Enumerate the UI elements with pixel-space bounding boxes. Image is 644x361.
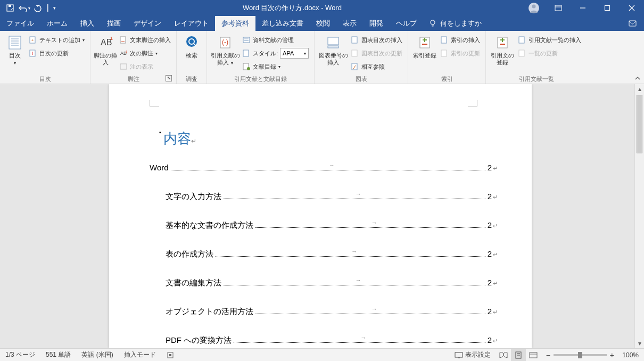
- next-footnote-button[interactable]: AB1次の脚注 ▾: [117, 47, 173, 59]
- maximize-button[interactable]: [595, 0, 620, 16]
- svg-text:1: 1: [126, 50, 128, 53]
- toc-entry[interactable]: 文書の編集方法2↵: [143, 278, 498, 307]
- tab-draw[interactable]: 描画: [101, 16, 127, 31]
- tab-design[interactable]: デザイン: [127, 16, 168, 31]
- style-icon: [242, 49, 251, 58]
- insert-toa-button[interactable]: 引用文献一覧の挿入: [516, 34, 583, 46]
- group-index: 索引登録 索引の挿入 索引の更新 索引: [408, 31, 486, 84]
- footnotes-launcher[interactable]: ⬊: [166, 75, 172, 81]
- svg-text:1: 1: [110, 36, 113, 41]
- toc-entry[interactable]: PDF への変換方法2↵: [143, 335, 498, 348]
- print-layout-button[interactable]: [511, 349, 526, 362]
- update-toa-button[interactable]: 一覧の更新: [516, 47, 583, 59]
- insert-toa-icon: [518, 36, 526, 44]
- toc-entry[interactable]: 文字の入力方法2↵: [143, 192, 498, 220]
- redo-button[interactable]: [31, 1, 45, 15]
- update-toc-button[interactable]: !目次の更新: [27, 47, 87, 59]
- scroll-up-button[interactable]: ▴: [635, 84, 644, 94]
- zoom-slider[interactable]: [554, 354, 607, 356]
- style-label: スタイル:: [253, 50, 278, 58]
- toc-entry[interactable]: 基本的な文書の作成方法2↵: [143, 220, 498, 249]
- tell-me-search[interactable]: 何をしますか: [423, 16, 487, 31]
- read-mode-button[interactable]: [496, 349, 511, 362]
- update-index-button[interactable]: 索引の更新: [438, 47, 482, 59]
- tab-help[interactable]: ヘルプ: [390, 16, 423, 31]
- toc-entry[interactable]: 表の作成方法2↵: [143, 249, 498, 278]
- bibliography-button[interactable]: 文献目録 ▾: [240, 61, 311, 72]
- update-tof-label: 図表目次の更新: [361, 50, 402, 58]
- group-citations: (-) 引用文献の挿入 ▾ 資料文献の管理 スタイル:APA▾ 文献目録 ▾ 引…: [207, 31, 315, 84]
- style-value: APA: [283, 50, 294, 56]
- group-authorities: 引用文の登録 引用文献一覧の挿入 一覧の更新 引用文献一覧: [486, 31, 587, 84]
- account-button[interactable]: [526, 0, 542, 16]
- window-title: Word 目次の作り方.docx - Word: [59, 3, 526, 13]
- insert-caption-button[interactable]: 図表番号の挿入: [318, 33, 349, 66]
- undo-button[interactable]: ▾: [17, 1, 31, 15]
- cross-reference-button[interactable]: 相互参照: [349, 61, 404, 72]
- svg-rect-1: [9, 5, 11, 7]
- update-tof-icon: [351, 49, 359, 58]
- toc-list: Word2↵ 文字の入力方法2↵ 基本的な文書の作成方法2↵ 表の作成方法2↵ …: [143, 163, 498, 348]
- smart-lookup-button[interactable]: 検索: [180, 33, 203, 59]
- insert-tof-button[interactable]: 図表目次の挿入: [349, 34, 404, 46]
- svg-rect-13: [629, 21, 636, 26]
- page-count[interactable]: 1/3 ページ: [0, 350, 40, 359]
- insert-citation-label: 引用文献の挿入: [211, 52, 240, 65]
- insert-index-button[interactable]: 索引の挿入: [438, 34, 482, 46]
- document-page[interactable]: ▪内容↵ Word2↵ 文字の入力方法2↵ 基本的な文書の作成方法2↵ 表の作成…: [109, 84, 532, 348]
- scroll-thumb[interactable]: [637, 95, 642, 153]
- close-button[interactable]: [620, 0, 644, 16]
- insert-endnote-button[interactable]: 文末脚注の挿入: [117, 34, 173, 46]
- cross-reference-label: 相互参照: [361, 63, 385, 71]
- tab-view[interactable]: 表示: [336, 16, 363, 31]
- mark-citation-button[interactable]: 引用文の登録: [489, 33, 516, 66]
- qat-customize-button[interactable]: ▾: [50, 1, 59, 15]
- tab-mailings[interactable]: 差し込み文書: [255, 16, 310, 31]
- citation-style-select[interactable]: スタイル:APA▾: [240, 47, 311, 59]
- insert-footnote-button[interactable]: AB1 脚注の挿入: [94, 33, 117, 66]
- zoom-level[interactable]: 100%: [617, 351, 639, 359]
- minimize-button[interactable]: [571, 0, 595, 16]
- web-layout-button[interactable]: [526, 349, 541, 362]
- scroll-track[interactable]: [635, 94, 644, 339]
- tab-review[interactable]: 校閲: [310, 16, 336, 31]
- tab-references[interactable]: 参考資料: [215, 16, 255, 31]
- toc-entry[interactable]: オブジェクトの活用方法2↵: [143, 307, 498, 335]
- zoom-in-button[interactable]: +: [610, 351, 614, 359]
- svg-rect-29: [120, 64, 127, 69]
- tab-file[interactable]: ファイル: [0, 16, 40, 31]
- group-captions: 図表番号の挿入 図表目次の挿入 図表目次の更新 相互参照 図表: [315, 31, 408, 84]
- svg-point-40: [247, 67, 250, 70]
- group-footnotes-label: 脚注: [128, 76, 139, 82]
- manage-sources-button[interactable]: 資料文献の管理: [240, 34, 311, 46]
- toc-entry[interactable]: Word2↵: [143, 163, 498, 192]
- zoom-out-button[interactable]: −: [546, 351, 550, 359]
- collapse-ribbon-button[interactable]: [633, 74, 642, 83]
- show-notes-button[interactable]: 注の表示: [117, 61, 173, 72]
- insert-mode[interactable]: 挿入モード: [119, 350, 161, 359]
- update-toa-label: 一覧の更新: [529, 50, 558, 58]
- word-count[interactable]: 551 単語: [40, 350, 76, 359]
- svg-rect-14: [9, 36, 21, 49]
- tab-insert[interactable]: 挿入: [74, 16, 101, 31]
- toc-button[interactable]: 目次▾: [3, 33, 27, 67]
- svg-rect-59: [169, 354, 171, 356]
- save-button[interactable]: [3, 1, 17, 15]
- toc-heading: ▪内容↵: [159, 129, 498, 148]
- share-button[interactable]: [623, 16, 644, 31]
- tab-layout[interactable]: レイアウト: [168, 16, 215, 31]
- scroll-down-button[interactable]: ▾: [635, 339, 644, 348]
- language-status[interactable]: 英語 (米国): [76, 350, 118, 359]
- ribbon-display-button[interactable]: [546, 0, 571, 16]
- update-toc-icon: !: [29, 49, 37, 58]
- update-tof-button[interactable]: 図表目次の更新: [349, 47, 404, 59]
- tab-home[interactable]: ホーム: [40, 16, 74, 31]
- macro-recording-button[interactable]: [161, 351, 179, 359]
- mark-index-entry-button[interactable]: 索引登録: [411, 33, 438, 59]
- insert-citation-button[interactable]: (-) 引用文献の挿入 ▾: [210, 33, 240, 67]
- tab-developer[interactable]: 開発: [363, 16, 390, 31]
- add-text-button[interactable]: +テキストの追加 ▾: [27, 34, 87, 46]
- mark-citation-label: 引用文の登録: [489, 52, 516, 66]
- vertical-scrollbar[interactable]: ▴ ▾: [634, 84, 644, 348]
- display-settings-button[interactable]: 表示設定: [449, 350, 496, 359]
